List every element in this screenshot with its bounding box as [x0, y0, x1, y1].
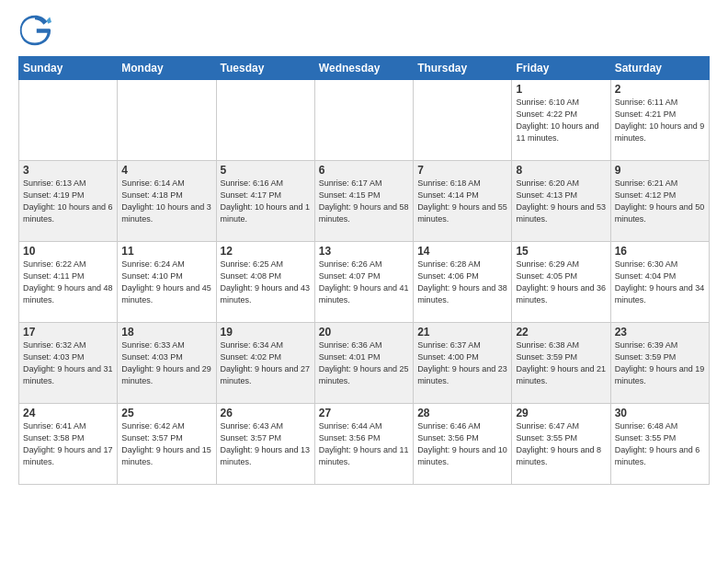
- day-number: 10: [23, 245, 113, 258]
- day-cell: 7Sunrise: 6:18 AM Sunset: 4:14 PM Daylig…: [414, 161, 512, 242]
- day-cell: 14Sunrise: 6:28 AM Sunset: 4:06 PM Dayli…: [414, 242, 512, 323]
- day-cell: 4Sunrise: 6:14 AM Sunset: 4:18 PM Daylig…: [118, 161, 216, 242]
- day-number: 11: [121, 245, 211, 258]
- day-info: Sunrise: 6:34 AM Sunset: 4:02 PM Dayligh…: [221, 339, 311, 387]
- day-info: Sunrise: 6:38 AM Sunset: 3:59 PM Dayligh…: [516, 339, 606, 387]
- day-cell: 10Sunrise: 6:22 AM Sunset: 4:11 PM Dayli…: [19, 242, 118, 323]
- day-cell: 11Sunrise: 6:24 AM Sunset: 4:10 PM Dayli…: [118, 242, 216, 323]
- day-info: Sunrise: 6:21 AM Sunset: 4:12 PM Dayligh…: [615, 178, 705, 225]
- day-cell: 24Sunrise: 6:41 AM Sunset: 3:58 PM Dayli…: [19, 404, 118, 485]
- day-cell: 6Sunrise: 6:17 AM Sunset: 4:15 PM Daylig…: [314, 161, 413, 242]
- col-header-friday: Friday: [512, 57, 610, 80]
- day-info: Sunrise: 6:48 AM Sunset: 3:55 PM Dayligh…: [615, 420, 705, 468]
- day-cell: 1Sunrise: 6:10 AM Sunset: 4:22 PM Daylig…: [512, 80, 610, 161]
- day-cell: [216, 80, 314, 161]
- day-number: 16: [615, 245, 705, 258]
- day-cell: 8Sunrise: 6:20 AM Sunset: 4:13 PM Daylig…: [512, 161, 610, 242]
- day-info: Sunrise: 6:32 AM Sunset: 4:03 PM Dayligh…: [23, 339, 113, 387]
- day-number: 25: [121, 407, 211, 419]
- day-cell: 2Sunrise: 6:11 AM Sunset: 4:21 PM Daylig…: [610, 80, 709, 161]
- day-number: 5: [221, 164, 311, 177]
- day-cell: 9Sunrise: 6:21 AM Sunset: 4:12 PM Daylig…: [610, 161, 709, 242]
- calendar-header-row: SundayMondayTuesdayWednesdayThursdayFrid…: [19, 57, 710, 80]
- day-number: 13: [319, 245, 409, 258]
- day-number: 15: [516, 245, 606, 258]
- day-cell: 19Sunrise: 6:34 AM Sunset: 4:02 PM Dayli…: [216, 323, 314, 404]
- day-cell: 28Sunrise: 6:46 AM Sunset: 3:56 PM Dayli…: [414, 404, 512, 485]
- day-number: 12: [221, 245, 311, 258]
- day-number: 28: [417, 407, 507, 419]
- day-number: 9: [615, 164, 705, 177]
- day-number: 14: [417, 245, 507, 258]
- day-info: Sunrise: 6:44 AM Sunset: 3:56 PM Dayligh…: [319, 420, 409, 468]
- day-info: Sunrise: 6:11 AM Sunset: 4:21 PM Dayligh…: [615, 97, 705, 144]
- day-number: 17: [23, 326, 113, 339]
- day-info: Sunrise: 6:47 AM Sunset: 3:55 PM Dayligh…: [516, 420, 606, 468]
- day-info: Sunrise: 6:22 AM Sunset: 4:11 PM Dayligh…: [23, 259, 113, 306]
- day-info: Sunrise: 6:25 AM Sunset: 4:08 PM Dayligh…: [221, 259, 311, 306]
- day-number: 20: [319, 326, 409, 339]
- day-info: Sunrise: 6:26 AM Sunset: 4:07 PM Dayligh…: [319, 259, 409, 306]
- day-cell: 5Sunrise: 6:16 AM Sunset: 4:17 PM Daylig…: [216, 161, 314, 242]
- day-number: 19: [221, 326, 311, 339]
- logo-icon: [18, 14, 51, 47]
- day-info: Sunrise: 6:16 AM Sunset: 4:17 PM Dayligh…: [221, 178, 311, 225]
- day-number: 23: [615, 326, 705, 339]
- day-info: Sunrise: 6:41 AM Sunset: 3:58 PM Dayligh…: [23, 420, 113, 468]
- day-cell: 25Sunrise: 6:42 AM Sunset: 3:57 PM Dayli…: [118, 404, 216, 485]
- day-cell: 18Sunrise: 6:33 AM Sunset: 4:03 PM Dayli…: [118, 323, 216, 404]
- day-info: Sunrise: 6:20 AM Sunset: 4:13 PM Dayligh…: [516, 178, 606, 225]
- day-info: Sunrise: 6:39 AM Sunset: 3:59 PM Dayligh…: [615, 339, 705, 387]
- day-cell: 16Sunrise: 6:30 AM Sunset: 4:04 PM Dayli…: [610, 242, 709, 323]
- day-info: Sunrise: 6:42 AM Sunset: 3:57 PM Dayligh…: [121, 420, 211, 468]
- day-info: Sunrise: 6:10 AM Sunset: 4:22 PM Dayligh…: [516, 97, 606, 144]
- col-header-sunday: Sunday: [19, 57, 118, 80]
- day-cell: [118, 80, 216, 161]
- col-header-monday: Monday: [118, 57, 216, 80]
- week-row-2: 3Sunrise: 6:13 AM Sunset: 4:19 PM Daylig…: [19, 161, 710, 242]
- day-cell: 30Sunrise: 6:48 AM Sunset: 3:55 PM Dayli…: [610, 404, 709, 485]
- header: [18, 14, 710, 47]
- day-cell: 29Sunrise: 6:47 AM Sunset: 3:55 PM Dayli…: [512, 404, 610, 485]
- day-cell: 27Sunrise: 6:44 AM Sunset: 3:56 PM Dayli…: [314, 404, 413, 485]
- day-cell: 20Sunrise: 6:36 AM Sunset: 4:01 PM Dayli…: [314, 323, 413, 404]
- day-number: 6: [319, 164, 409, 177]
- day-info: Sunrise: 6:33 AM Sunset: 4:03 PM Dayligh…: [121, 339, 211, 387]
- logo: [18, 14, 55, 47]
- day-number: 24: [23, 407, 113, 419]
- day-number: 27: [319, 407, 409, 419]
- day-number: 26: [221, 407, 311, 419]
- week-row-1: 1Sunrise: 6:10 AM Sunset: 4:22 PM Daylig…: [19, 80, 710, 161]
- day-number: 7: [417, 164, 507, 177]
- day-info: Sunrise: 6:28 AM Sunset: 4:06 PM Dayligh…: [417, 259, 507, 306]
- day-number: 30: [615, 407, 705, 419]
- day-cell: [314, 80, 413, 161]
- day-info: Sunrise: 6:37 AM Sunset: 4:00 PM Dayligh…: [417, 339, 507, 387]
- week-row-3: 10Sunrise: 6:22 AM Sunset: 4:11 PM Dayli…: [19, 242, 710, 323]
- day-cell: 15Sunrise: 6:29 AM Sunset: 4:05 PM Dayli…: [512, 242, 610, 323]
- day-number: 29: [516, 407, 606, 419]
- day-cell: 17Sunrise: 6:32 AM Sunset: 4:03 PM Dayli…: [19, 323, 118, 404]
- day-number: 18: [121, 326, 211, 339]
- day-cell: 21Sunrise: 6:37 AM Sunset: 4:00 PM Dayli…: [414, 323, 512, 404]
- day-number: 4: [121, 164, 211, 177]
- calendar: SundayMondayTuesdayWednesdayThursdayFrid…: [18, 56, 710, 485]
- page: SundayMondayTuesdayWednesdayThursdayFrid…: [0, 0, 728, 563]
- col-header-wednesday: Wednesday: [314, 57, 413, 80]
- day-number: 1: [516, 83, 606, 96]
- day-cell: 23Sunrise: 6:39 AM Sunset: 3:59 PM Dayli…: [610, 323, 709, 404]
- day-cell: 13Sunrise: 6:26 AM Sunset: 4:07 PM Dayli…: [314, 242, 413, 323]
- day-info: Sunrise: 6:46 AM Sunset: 3:56 PM Dayligh…: [417, 420, 507, 468]
- day-info: Sunrise: 6:29 AM Sunset: 4:05 PM Dayligh…: [516, 259, 606, 306]
- day-info: Sunrise: 6:24 AM Sunset: 4:10 PM Dayligh…: [121, 259, 211, 306]
- week-row-4: 17Sunrise: 6:32 AM Sunset: 4:03 PM Dayli…: [19, 323, 710, 404]
- day-info: Sunrise: 6:14 AM Sunset: 4:18 PM Dayligh…: [121, 178, 211, 225]
- day-info: Sunrise: 6:13 AM Sunset: 4:19 PM Dayligh…: [23, 178, 113, 225]
- day-cell: 3Sunrise: 6:13 AM Sunset: 4:19 PM Daylig…: [19, 161, 118, 242]
- day-number: 22: [516, 326, 606, 339]
- day-number: 3: [23, 164, 113, 177]
- day-info: Sunrise: 6:18 AM Sunset: 4:14 PM Dayligh…: [417, 178, 507, 225]
- day-info: Sunrise: 6:17 AM Sunset: 4:15 PM Dayligh…: [319, 178, 409, 225]
- col-header-saturday: Saturday: [610, 57, 709, 80]
- day-number: 2: [615, 83, 705, 96]
